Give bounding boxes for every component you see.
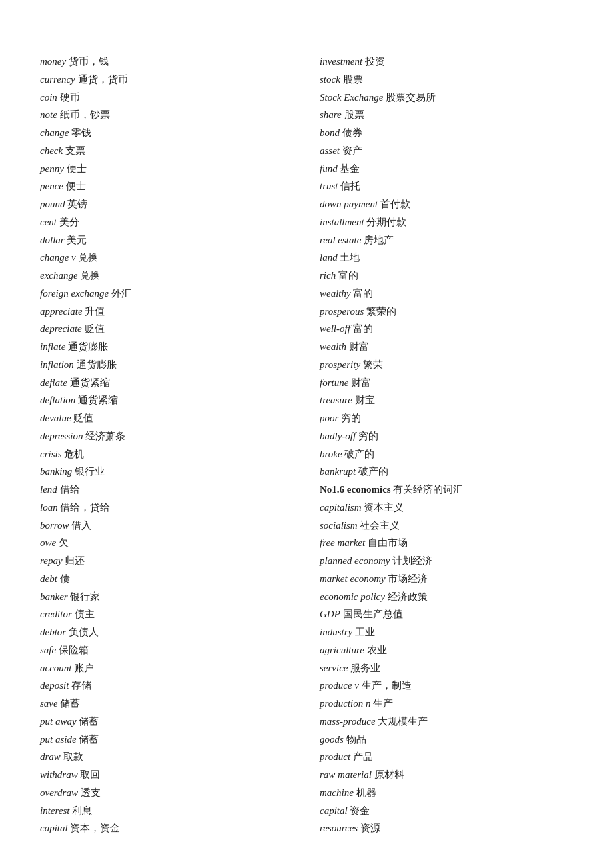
entry-zh: 机器 [356, 787, 376, 798]
entry-zh: 负债人 [69, 627, 99, 637]
entry-en: depreciate [40, 323, 82, 334]
entry-en: borrow [40, 520, 69, 531]
entry-zh: 银行业 [75, 466, 105, 477]
entry-zh: 资产 [342, 145, 362, 156]
list-item: rich 富的 [320, 267, 573, 284]
entry-en: banker [40, 591, 68, 602]
list-item: bankrupt 破产的 [320, 463, 573, 480]
entry-en: depression [40, 431, 83, 441]
entry-en: down payment [320, 199, 378, 209]
entry-en: interest [40, 805, 69, 816]
list-item: poor 穷的 [320, 410, 573, 427]
entry-zh: 纸币，钞票 [60, 109, 110, 120]
list-item: interest 利息 [40, 803, 293, 819]
list-item: service 服务业 [320, 660, 573, 677]
list-item: capital 资金 [320, 803, 573, 819]
entry-zh: 零钱 [71, 127, 91, 138]
list-item: wealth 财富 [320, 339, 573, 355]
list-item: Stock Exchange 股票交易所 [320, 89, 573, 106]
entry-en: note [40, 109, 57, 120]
list-item: planned economy 计划经济 [320, 553, 573, 569]
entry-zh: 基金 [340, 163, 360, 174]
entry-zh: 支票 [65, 145, 85, 156]
entry-en: fortune [320, 377, 348, 388]
list-item: draw 取款 [40, 749, 293, 765]
entry-zh: 信托 [340, 181, 360, 191]
entry-zh: 兑换 [80, 270, 100, 281]
entry-en: mass-produce [320, 716, 376, 727]
list-item: capital 资本，资金 [40, 820, 293, 837]
entry-en: trust [320, 181, 338, 191]
list-item: prosperous 繁荣的 [320, 303, 573, 320]
entry-en: machine [320, 787, 354, 798]
entry-en: inflate [40, 341, 65, 352]
list-item: pound 英镑 [40, 196, 293, 213]
entry-zh: 原材料 [374, 769, 404, 780]
list-item: machine 机器 [320, 785, 573, 801]
list-item: creditor 债主 [40, 606, 293, 623]
list-item: change 零钱 [40, 125, 293, 141]
entry-en: money [40, 56, 66, 67]
entry-en: socialism [320, 520, 358, 531]
entry-en: capital [320, 805, 348, 816]
entry-en: treasure [320, 395, 352, 405]
entry-en: asset [320, 145, 340, 156]
list-item: production n 生产 [320, 695, 573, 712]
list-item: dollar 美元 [40, 232, 293, 249]
entry-en: capitalism [320, 502, 362, 513]
list-item: lend 借给 [40, 481, 293, 498]
entry-zh: 借给 [60, 484, 80, 495]
list-item: deflate 通货紧缩 [40, 375, 293, 391]
list-item: depreciate 贬值 [40, 321, 293, 337]
entry-en: produce v [320, 680, 359, 691]
list-item: depression 经济萧条 [40, 428, 293, 445]
entry-en: capital [40, 823, 68, 833]
entry-zh: 银行家 [70, 591, 100, 602]
entry-en: free market [320, 537, 365, 548]
list-item: prosperity 繁荣 [320, 357, 573, 373]
entry-zh: 利息 [72, 805, 92, 816]
list-item: account 账户 [40, 660, 293, 677]
list-item: overdraw 透支 [40, 785, 293, 801]
list-item: fortune 财富 [320, 375, 573, 391]
entry-zh: 有关经济的词汇 [393, 484, 463, 495]
entry-en: change v [40, 252, 76, 263]
entry-zh: 富的 [353, 288, 373, 299]
entry-en: production n [320, 698, 371, 709]
entry-zh: 股票 [344, 109, 364, 120]
entry-en: safe [40, 645, 56, 655]
list-item: land 土地 [320, 249, 573, 266]
list-item: loan 借给，贷给 [40, 499, 293, 516]
entry-zh: 资金 [350, 805, 370, 816]
list-item: banker 银行家 [40, 589, 293, 605]
entry-en: deposit [40, 680, 69, 691]
list-item: broke 破产的 [320, 446, 573, 463]
entry-zh: 经济萧条 [85, 431, 125, 441]
entry-en: badly-off [320, 431, 356, 441]
entry-zh: 分期付款 [366, 217, 406, 227]
list-item: economic policy 经济政策 [320, 589, 573, 605]
entry-en: owe [40, 537, 56, 548]
list-item: down payment 首付款 [320, 196, 573, 213]
entry-en: goods [320, 734, 344, 745]
entry-en: penny [40, 163, 64, 174]
entry-en: installment [320, 217, 364, 227]
entry-zh: 便士 [67, 163, 87, 174]
entry-zh: 美元 [67, 235, 87, 245]
entry-zh: 股票交易所 [386, 92, 436, 103]
entry-zh: 货币，钱 [69, 56, 109, 67]
list-item: real estate 房地产 [320, 232, 573, 249]
entry-zh: 债主 [75, 609, 95, 619]
list-item: note 纸币，钞票 [40, 107, 293, 123]
entry-zh: 存储 [71, 680, 91, 691]
entry-zh: 自由市场 [368, 537, 408, 548]
list-item: free market 自由市场 [320, 535, 573, 551]
list-item: badly-off 穷的 [320, 428, 573, 445]
entry-en: land [320, 252, 338, 263]
entry-en: fund [320, 163, 338, 174]
list-item: withdraw 取回 [40, 767, 293, 783]
entry-en: pound [40, 199, 65, 209]
entry-zh: 兑换 [78, 252, 98, 263]
entry-zh: 首付款 [380, 199, 410, 209]
entry-en: check [40, 145, 63, 156]
